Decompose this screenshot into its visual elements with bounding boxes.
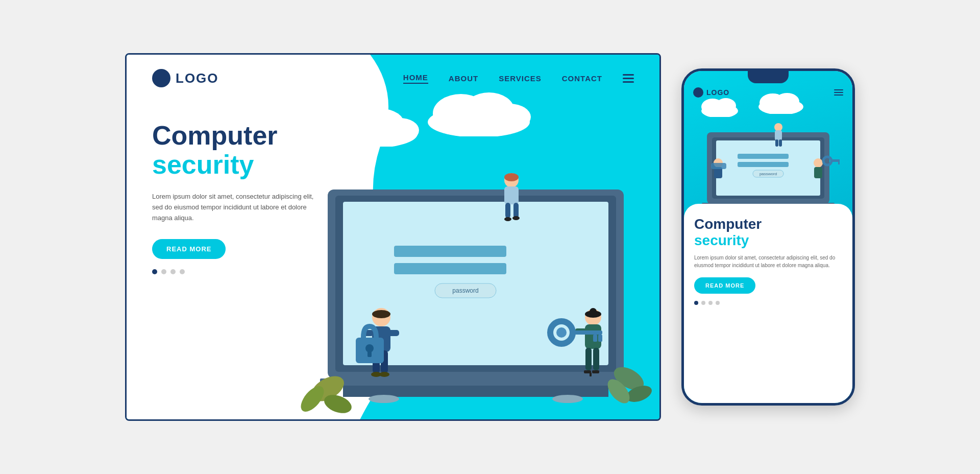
svg-point-3 xyxy=(380,118,419,143)
svg-rect-43 xyxy=(592,370,599,373)
menu-line-3 xyxy=(623,81,634,83)
svg-rect-20 xyxy=(504,186,519,204)
nav-services[interactable]: SERVICES xyxy=(499,74,542,83)
svg-rect-21 xyxy=(505,203,510,218)
mobile-inner: LOGO xyxy=(684,71,852,403)
cloud-left-svg xyxy=(321,101,423,147)
dot-4[interactable] xyxy=(180,269,185,274)
svg-point-77 xyxy=(814,158,823,168)
svg-rect-69 xyxy=(738,162,789,167)
mobile-navbar: LOGO xyxy=(684,87,852,98)
mobile-hamburger-icon[interactable] xyxy=(834,89,843,96)
svg-point-23 xyxy=(504,217,511,221)
mobile-hero-description: Lorem ipsum dolor sit amet, consectetur … xyxy=(694,254,842,269)
svg-rect-85 xyxy=(779,139,782,147)
mobile-top-section: LOGO xyxy=(684,71,852,214)
svg-point-37 xyxy=(372,310,390,318)
svg-text:password: password xyxy=(452,287,478,294)
mobile-notch xyxy=(748,71,789,83)
logo-area: LOGO xyxy=(152,69,219,87)
svg-point-7 xyxy=(488,104,531,130)
mobile-bottom-section: Computer security Lorem ipsum dolor sit … xyxy=(684,204,852,403)
svg-rect-50 xyxy=(598,335,602,342)
svg-rect-68 xyxy=(738,154,789,159)
svg-rect-33 xyxy=(388,330,399,336)
nav-about[interactable]: ABOUT xyxy=(449,74,478,83)
hero-title-computer: Computer xyxy=(152,121,315,150)
svg-point-25 xyxy=(504,173,519,181)
mobile-menu-line-1 xyxy=(834,89,843,90)
svg-rect-83 xyxy=(775,130,782,140)
logo-text: LOGO xyxy=(176,70,219,86)
mobile-read-more-button[interactable]: READ MORE xyxy=(694,277,755,294)
svg-point-82 xyxy=(774,123,782,131)
svg-point-64 xyxy=(716,98,736,113)
svg-rect-40 xyxy=(585,348,592,370)
svg-rect-84 xyxy=(775,139,778,147)
svg-rect-48 xyxy=(572,330,602,335)
mobile-dot-1[interactable] xyxy=(694,301,698,305)
svg-point-47 xyxy=(556,327,567,338)
svg-rect-76 xyxy=(711,163,726,169)
hamburger-menu-icon[interactable] xyxy=(623,74,634,83)
svg-text:password: password xyxy=(760,172,777,176)
mobile-logo-icon xyxy=(693,87,703,98)
logo-icon xyxy=(152,69,170,87)
navbar: LOGO HOME ABOUT SERVICES CONTACT xyxy=(127,55,659,102)
svg-rect-81 xyxy=(838,161,840,164)
hero-title-security: security xyxy=(152,150,315,179)
dot-3[interactable] xyxy=(170,269,176,274)
menu-line-2 xyxy=(623,78,634,79)
mobile-menu-line-2 xyxy=(834,92,843,93)
svg-rect-49 xyxy=(593,335,597,342)
nav-contact[interactable]: CONTACT xyxy=(562,74,602,83)
svg-rect-15 xyxy=(320,378,631,387)
svg-point-17 xyxy=(369,395,399,403)
mobile-dot-2[interactable] xyxy=(701,301,705,305)
mobile-menu-line-3 xyxy=(834,94,843,96)
mobile-logo-area: LOGO xyxy=(693,87,729,98)
mobile-hero-title-computer: Computer xyxy=(694,216,842,232)
svg-rect-67 xyxy=(716,140,820,196)
svg-point-24 xyxy=(512,216,520,220)
svg-point-31 xyxy=(379,372,389,377)
nav-home[interactable]: HOME xyxy=(403,73,428,84)
dot-2[interactable] xyxy=(161,269,166,274)
svg-point-18 xyxy=(552,395,583,403)
svg-rect-44 xyxy=(590,372,592,376)
mobile-logo-text: LOGO xyxy=(706,88,729,97)
dot-1[interactable] xyxy=(152,269,157,274)
mobile-slide-indicators xyxy=(694,301,842,305)
svg-rect-11 xyxy=(394,246,506,257)
mobile-dot-3[interactable] xyxy=(708,301,713,305)
nav-links: HOME ABOUT SERVICES CONTACT xyxy=(403,73,634,84)
svg-rect-78 xyxy=(814,167,822,178)
read-more-button[interactable]: READ MORE xyxy=(152,239,226,259)
menu-line-1 xyxy=(623,74,634,76)
hero-illustration-svg: password xyxy=(292,154,659,419)
hero-description: Lorem ipsum dolor sit amet, consectetur … xyxy=(152,192,315,223)
mobile-dot-4[interactable] xyxy=(716,301,720,305)
svg-rect-12 xyxy=(394,263,506,274)
svg-point-52 xyxy=(590,308,597,315)
svg-rect-41 xyxy=(593,348,599,370)
svg-rect-36 xyxy=(368,350,372,357)
mobile-illustration-svg: password xyxy=(697,112,840,214)
mobile-hero-title-security: security xyxy=(694,232,842,249)
svg-rect-80 xyxy=(830,159,840,162)
hero-left-content: Computer security Lorem ipsum dolor sit … xyxy=(152,121,315,274)
svg-rect-22 xyxy=(513,203,519,218)
mobile-mockup: LOGO xyxy=(681,68,855,406)
slide-indicators xyxy=(152,269,315,274)
desktop-mockup: LOGO HOME ABOUT SERVICES CONTACT Compute… xyxy=(125,53,661,421)
